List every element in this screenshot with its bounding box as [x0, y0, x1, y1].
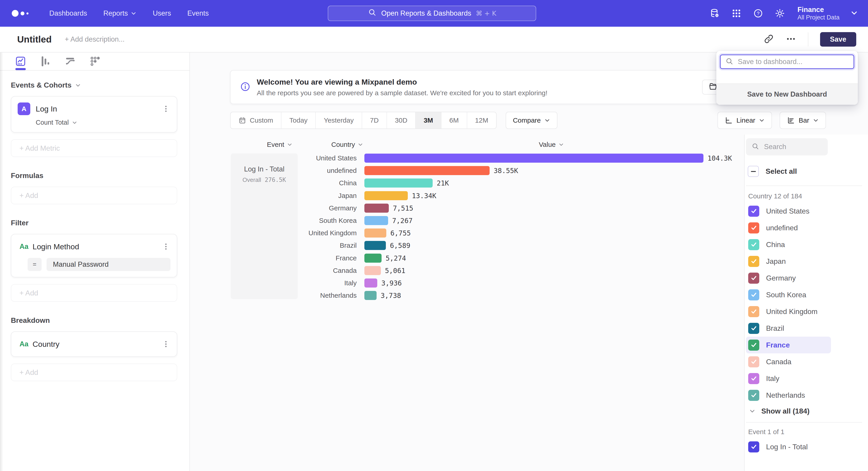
tab-flows-icon[interactable]	[64, 55, 76, 67]
nav-item-dashboards[interactable]: Dashboards	[41, 0, 95, 27]
svg-text:?: ?	[757, 11, 760, 16]
legend-item-china[interactable]: China	[746, 236, 831, 253]
chart-bar[interactable]	[364, 154, 704, 163]
show-all-button[interactable]: Show all (184)	[746, 404, 864, 418]
save-button[interactable]: Save	[820, 32, 856, 47]
range-custom[interactable]: Custom	[230, 112, 281, 128]
apps-grid-icon[interactable]	[731, 8, 742, 19]
checkbox-checked[interactable]	[748, 239, 759, 250]
breakdown-card[interactable]: Aa Country	[11, 331, 177, 357]
range-today[interactable]: Today	[281, 112, 316, 128]
save-to-dashboard-input[interactable]	[738, 58, 846, 66]
legend-item-brazil[interactable]: Brazil	[746, 320, 831, 336]
checkbox-checked[interactable]	[748, 256, 759, 267]
legend-search-box[interactable]	[746, 138, 828, 155]
column-header-event[interactable]: Event	[267, 141, 292, 148]
legend-item-netherlands[interactable]: Netherlands	[746, 387, 831, 404]
tab-insights-icon[interactable]	[14, 55, 27, 67]
legend-item-japan[interactable]: Japan	[746, 253, 831, 270]
legend-item-germany[interactable]: Germany	[746, 270, 831, 286]
range-3m[interactable]: 3M	[416, 112, 441, 128]
legend-search-input[interactable]	[764, 143, 823, 151]
checkbox-checked[interactable]	[748, 306, 759, 317]
checkbox-checked[interactable]	[748, 373, 759, 384]
data-management-icon[interactable]	[709, 8, 720, 19]
checkbox-checked[interactable]	[748, 441, 759, 452]
kebab-menu-icon[interactable]	[161, 242, 170, 251]
range-30d[interactable]: 30D	[387, 112, 416, 128]
checkbox-checked[interactable]	[748, 340, 759, 351]
range-yesterday[interactable]: Yesterday	[316, 112, 362, 128]
select-all-row[interactable]: Select all	[746, 166, 864, 177]
chart-bar[interactable]	[364, 266, 381, 275]
save-to-dashboard-field[interactable]	[720, 55, 854, 69]
metric-card[interactable]: A Log In Count Total	[11, 96, 177, 133]
legend-item-france[interactable]: France	[746, 336, 831, 353]
events-section-header[interactable]: Events & Cohorts	[11, 81, 177, 89]
filter-value[interactable]: Manual Password	[46, 258, 170, 271]
mixpanel-logo[interactable]	[12, 10, 29, 17]
chart-bar[interactable]	[364, 204, 389, 213]
filter-card[interactable]: Aa Login Method = Manual Password	[11, 234, 177, 277]
scale-selector[interactable]: Linear	[717, 112, 772, 129]
tab-retention-icon[interactable]	[89, 55, 101, 67]
project-switcher[interactable]: Finance All Project Data	[798, 5, 839, 21]
checkbox-checked[interactable]	[748, 289, 759, 300]
checkbox-checked[interactable]	[748, 223, 759, 233]
aggregation-selector[interactable]: Count Total	[36, 119, 170, 126]
add-formula-button[interactable]: + Add	[11, 187, 177, 204]
chart-bar[interactable]	[364, 216, 388, 225]
nav-item-reports[interactable]: Reports	[95, 0, 145, 27]
select-all-checkbox[interactable]	[748, 166, 759, 177]
event-series-panel[interactable]: Log In - Total Overall 276.5K	[231, 153, 298, 299]
checkbox-checked[interactable]	[748, 323, 759, 334]
checkbox-checked[interactable]	[748, 273, 759, 284]
checkbox-checked[interactable]	[748, 206, 759, 217]
legend-item-south-korea[interactable]: South Korea	[746, 286, 831, 303]
range-6m[interactable]: 6M	[441, 112, 467, 128]
chart-bar[interactable]	[364, 278, 377, 288]
nav-item-users[interactable]: Users	[145, 0, 179, 27]
tab-funnels-icon[interactable]	[39, 55, 52, 67]
compare-button[interactable]: Compare	[506, 112, 557, 129]
chart-bar[interactable]	[364, 191, 408, 200]
metric-event-name[interactable]: Log In	[36, 105, 57, 113]
help-icon[interactable]: ?	[753, 8, 764, 19]
checkbox-checked[interactable]	[748, 356, 759, 367]
filter-operator[interactable]: =	[28, 258, 41, 271]
chart-bar[interactable]	[364, 166, 490, 175]
chart-bar[interactable]	[364, 178, 433, 187]
add-breakdown-button[interactable]: + Add	[11, 363, 177, 381]
chart-bar[interactable]	[364, 291, 377, 300]
legend-item-undefined[interactable]: undefined	[746, 219, 831, 236]
add-filter-button[interactable]: + Add	[11, 284, 177, 302]
legend-item-canada[interactable]: Canada	[746, 353, 831, 370]
kebab-menu-icon[interactable]	[161, 105, 170, 113]
kebab-menu-icon[interactable]	[161, 340, 170, 348]
add-description-button[interactable]: + Add description...	[65, 35, 125, 43]
filter-property-name[interactable]: Login Method	[33, 242, 79, 251]
checkbox-checked[interactable]	[748, 390, 759, 401]
legend-item-italy[interactable]: Italy	[746, 370, 831, 387]
save-to-new-dashboard-button[interactable]: Save to New Dashboard	[716, 84, 858, 105]
range-7d[interactable]: 7D	[362, 112, 387, 128]
legend-item-united-kingdom[interactable]: United Kingdom	[746, 303, 831, 320]
legend-filter-panel: Select all Country 12 of 184 United Stat…	[744, 135, 868, 471]
column-header-value[interactable]: Value	[539, 141, 564, 148]
legend-item-log-in---total[interactable]: Log In - Total	[746, 438, 831, 455]
settings-gear-icon[interactable]	[774, 8, 785, 19]
nav-item-events[interactable]: Events	[179, 0, 217, 27]
legend-item-united-states[interactable]: United States	[746, 203, 831, 219]
chart-bar[interactable]	[364, 241, 386, 250]
add-metric-button[interactable]: + Add Metric	[11, 139, 177, 157]
more-options-icon[interactable]	[786, 34, 796, 45]
range-12m[interactable]: 12M	[467, 112, 496, 128]
chart-bar[interactable]	[364, 254, 381, 263]
column-header-country[interactable]: Country	[331, 141, 363, 148]
chart-style-selector[interactable]: Bar	[780, 112, 826, 129]
report-title[interactable]: Untitled	[17, 34, 52, 45]
chart-bar[interactable]	[364, 229, 386, 238]
global-search-button[interactable]: Open Reports & Dashboards ⌘ + K	[328, 6, 536, 21]
breakdown-property-name[interactable]: Country	[33, 340, 59, 349]
copy-link-icon[interactable]	[764, 34, 774, 45]
